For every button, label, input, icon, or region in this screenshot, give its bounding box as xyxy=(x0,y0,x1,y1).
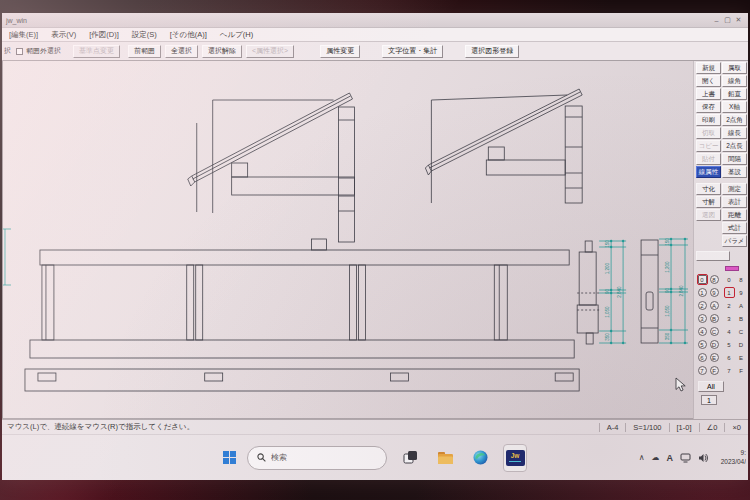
tool-button[interactable]: 選図 xyxy=(696,209,721,221)
status-paper-size[interactable]: A-4 xyxy=(599,423,626,432)
line-color-indicator[interactable] xyxy=(725,266,739,271)
layer-cell[interactable]: 3 xyxy=(696,312,708,325)
layer-cell[interactable]: F xyxy=(708,364,720,377)
minimize-icon[interactable]: – xyxy=(711,17,722,24)
status-scale[interactable]: S=1/100 xyxy=(625,423,668,432)
toolbar-button[interactable]: 基準点変更 xyxy=(73,45,120,58)
tool-button[interactable]: 2点角 xyxy=(722,114,747,126)
layer-cell[interactable]: C xyxy=(708,325,720,338)
status-layer-indicator[interactable]: [1-0] xyxy=(669,423,699,432)
tool-button[interactable]: 上書 xyxy=(696,88,721,100)
taskbar-search[interactable] xyxy=(247,446,387,470)
tray-chevron-icon[interactable]: ∧ xyxy=(639,454,645,462)
close-icon[interactable]: ✕ xyxy=(733,16,744,24)
menu-item[interactable]: 設定(S) xyxy=(132,30,157,40)
jwcad-button[interactable]: Jw xyxy=(503,444,527,472)
dim-label: 90 xyxy=(605,289,610,294)
tool-button[interactable]: 保存 xyxy=(696,101,721,113)
toolbar-button[interactable]: 前範囲 xyxy=(128,45,161,58)
tool-button[interactable]: 貼付 xyxy=(696,153,721,165)
tool-button[interactable]: 鉛直 xyxy=(722,88,747,100)
tool-button[interactable]: 表計 xyxy=(722,196,747,208)
tool-button[interactable]: 距離 xyxy=(722,209,747,221)
layer-cell[interactable]: 7 xyxy=(696,364,708,377)
outside-select-checkbox[interactable] xyxy=(16,48,23,55)
tool-button[interactable]: 印刷 xyxy=(696,114,721,126)
group-cell[interactable]: D xyxy=(735,338,747,351)
layer-cell[interactable]: 6 xyxy=(696,351,708,364)
layer-cell[interactable]: A xyxy=(708,299,720,312)
tool-button[interactable]: 切取 xyxy=(696,127,721,139)
layer-cell[interactable]: 8 xyxy=(708,273,720,286)
menu-item[interactable]: [その他(A)] xyxy=(170,30,207,40)
tool-button[interactable]: 寸解 xyxy=(696,196,721,208)
maximize-icon[interactable]: ▢ xyxy=(722,16,733,24)
group-cell[interactable]: 5 xyxy=(723,338,735,351)
tool-button[interactable]: 属取 xyxy=(722,62,747,74)
tool-button[interactable]: X軸 xyxy=(722,101,747,113)
group-cell[interactable]: 7 xyxy=(723,364,735,377)
tool-button[interactable]: 線角 xyxy=(722,75,747,87)
blank-button[interactable] xyxy=(696,251,730,261)
group-cell[interactable]: 8 xyxy=(735,273,747,286)
drawing-canvas[interactable]: 150 1,200 90 1,050 350 2,840 150 1,200 9… xyxy=(2,61,693,419)
tool-button[interactable]: 測定 xyxy=(722,183,747,195)
status-zoom-factor[interactable]: ×0 xyxy=(724,423,748,432)
taskbar-clock[interactable]: 9: 2023/04/ xyxy=(716,449,746,466)
layer-cell[interactable]: 0 xyxy=(696,273,708,286)
group-cell[interactable]: 0 xyxy=(723,273,735,286)
tool-button[interactable]: 新規 xyxy=(696,62,721,74)
menu-item[interactable]: 表示(V) xyxy=(51,30,76,40)
tool-button[interactable]: 基設 xyxy=(722,166,747,178)
menu-item[interactable]: ヘルプ(H) xyxy=(220,30,253,40)
toolbar-button[interactable]: 全選択 xyxy=(165,45,198,58)
layer-all-button[interactable]: All xyxy=(698,381,724,392)
layer-cell[interactable]: D xyxy=(708,338,720,351)
edge-button[interactable] xyxy=(468,444,492,472)
toolbar-button[interactable]: 選択図形登録 xyxy=(465,45,519,58)
tool-button[interactable]: パラメ xyxy=(722,235,747,247)
status-axis-angle[interactable]: ∠0 xyxy=(699,423,725,432)
tool-button[interactable]: 間隔 xyxy=(722,153,747,165)
group-cell[interactable]: 9 xyxy=(735,286,747,299)
group-cell[interactable]: E xyxy=(735,351,747,364)
cloud-icon[interactable]: ☁ xyxy=(652,454,660,462)
group-cell[interactable]: 4 xyxy=(723,325,735,338)
group-cell[interactable]: F xyxy=(735,364,747,377)
menu-item[interactable]: [作図(D)] xyxy=(89,30,119,40)
search-input[interactable] xyxy=(271,453,371,462)
start-button[interactable] xyxy=(223,451,236,464)
toolbar-button[interactable]: 属性変更 xyxy=(320,45,360,58)
tool-button[interactable]: 線長 xyxy=(722,127,747,139)
layer-cell[interactable]: 2 xyxy=(696,299,708,312)
layer-cell[interactable]: E xyxy=(708,351,720,364)
group-cell[interactable]: 1 xyxy=(723,286,735,299)
tool-button[interactable]: 2点長 xyxy=(722,140,747,152)
volume-icon[interactable] xyxy=(698,453,709,463)
toolbar-button[interactable]: 選択解除 xyxy=(202,45,242,58)
group-cell[interactable]: 3 xyxy=(723,312,735,325)
layer-cell[interactable]: B xyxy=(708,312,720,325)
ime-indicator[interactable]: A xyxy=(667,453,674,463)
tool-button[interactable]: 寸化 xyxy=(696,183,721,195)
group-cell[interactable]: B xyxy=(735,312,747,325)
task-view-button[interactable] xyxy=(398,444,422,472)
group-cell[interactable]: C xyxy=(735,325,747,338)
menu-item[interactable]: [編集(E)] xyxy=(9,30,38,40)
group-number-button[interactable]: 1 xyxy=(701,395,717,405)
layer-cell[interactable]: 5 xyxy=(696,338,708,351)
group-cell[interactable]: 2 xyxy=(723,299,735,312)
layer-cell[interactable]: 4 xyxy=(696,325,708,338)
group-cell[interactable]: A xyxy=(735,299,747,312)
group-cell[interactable]: 6 xyxy=(723,351,735,364)
network-icon[interactable] xyxy=(680,453,691,463)
tool-button[interactable]: 線属性 xyxy=(696,166,721,178)
tool-button[interactable]: 開く xyxy=(696,75,721,87)
tool-button[interactable]: コピー xyxy=(696,140,721,152)
tool-button[interactable]: 式計 xyxy=(722,222,747,234)
layer-cell[interactable]: 9 xyxy=(708,286,720,299)
toolbar-button[interactable]: <属性選択> xyxy=(246,45,294,58)
toolbar-button[interactable]: 文字位置・集計 xyxy=(382,45,443,58)
layer-cell[interactable]: 1 xyxy=(696,286,708,299)
file-explorer-button[interactable] xyxy=(433,444,457,472)
